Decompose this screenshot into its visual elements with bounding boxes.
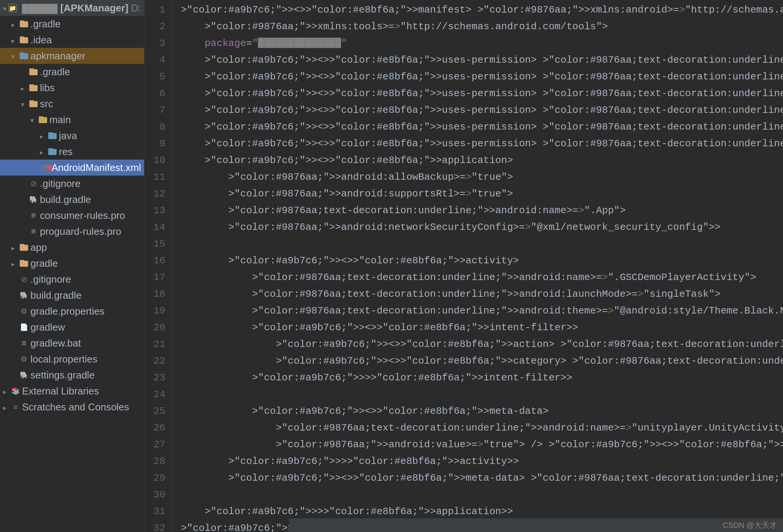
- tree-arrow-scratches: [3, 404, 10, 410]
- line-number-30: 30: [144, 486, 165, 503]
- code-line-8: >"color:#a9b7c6;">><>>"color:#e8bf6a;">>…: [181, 119, 783, 135]
- tree-item-apkmanager-gradle[interactable]: .gradle: [0, 64, 144, 80]
- code-line-23: >"color:#a9b7c6;">>>>"color:#e8bf6a;">>i…: [181, 369, 783, 386]
- code-line-3: package="██████████████": [181, 35, 783, 52]
- code-line-30: [181, 486, 783, 503]
- tree-label-external-libraries: External Libraries: [22, 385, 99, 397]
- line-number-3: 3: [144, 35, 165, 52]
- tree-item-local-properties[interactable]: ⚙local.properties: [0, 351, 144, 367]
- tree-item-src[interactable]: src: [0, 96, 144, 112]
- line-number-20: 20: [144, 319, 165, 336]
- line-number-23: 23: [144, 369, 165, 386]
- line-number-13: 13: [144, 202, 165, 219]
- tree-item-external-libraries[interactable]: 📚External Libraries: [0, 383, 144, 399]
- code-line-21: >"color:#a9b7c6;">><>>"color:#e8bf6a;">>…: [181, 336, 783, 353]
- line-number-18: 18: [144, 286, 165, 302]
- line-number-14: 14: [144, 219, 165, 236]
- line-number-2: 2: [144, 18, 165, 35]
- tree-item-res[interactable]: res: [0, 144, 144, 160]
- code-line-28: >"color:#a9b7c6;">>>>"color:#e8bf6a;">>a…: [181, 453, 783, 470]
- code-line-9: >"color:#a9b7c6;">><>>"color:#e8bf6a;">>…: [181, 135, 783, 152]
- tree-icon-settings-gradle: 🐘: [20, 371, 28, 379]
- tree-label-local-properties: local.properties: [30, 353, 97, 365]
- tree-label-gradle-properties: gradle.properties: [30, 306, 105, 317]
- tree-arrow-main: [30, 116, 37, 123]
- line-number-25: 25: [144, 403, 165, 420]
- tree-item-gradle-properties[interactable]: ⚙gradle.properties: [0, 303, 144, 319]
- tree-item-java[interactable]: java: [0, 128, 144, 144]
- tree-item-root[interactable]: 📁██████ [APKManager] D:: [0, 0, 144, 16]
- tree-item-scratches[interactable]: ≡Scratches and Consoles: [0, 399, 144, 415]
- tree-arrow-java: [40, 132, 47, 139]
- line-number-4: 4: [144, 52, 165, 68]
- tree-arrow-root: [3, 5, 7, 11]
- code-line-31: >"color:#a9b7c6;">>>>"color:#e8bf6a;">>a…: [181, 503, 783, 520]
- tree-label-src: src: [40, 98, 53, 110]
- tree-item-settings-gradle[interactable]: 🐘settings.gradle: [0, 367, 144, 383]
- line-number-16: 16: [144, 252, 165, 269]
- line-number-15: 15: [144, 236, 165, 252]
- tree-item-build-gradle-root[interactable]: 🐘build.gradle: [0, 287, 144, 303]
- tree-label-gitignore-apk: .gitignore: [40, 178, 81, 190]
- code-line-1: >"color:#a9b7c6;">><>>"color:#e8bf6a;">>…: [181, 2, 783, 18]
- tree-icon-java: [48, 132, 57, 139]
- status-bar: CSDN @大天才: [289, 518, 783, 532]
- tree-item-gradle[interactable]: gradle: [0, 255, 144, 271]
- tree-icon-gitignore-root: ⊘: [20, 276, 28, 283]
- tree-label-androidmanifest: AndroidManifest.xml: [51, 162, 141, 174]
- code-line-25: >"color:#a9b7c6;">><>>"color:#e8bf6a;">>…: [181, 403, 783, 420]
- tree-item-app[interactable]: app: [0, 239, 144, 255]
- tree-item-apkmanager[interactable]: apkmanager: [0, 48, 144, 64]
- tree-icon-gradlew: 📄: [20, 323, 28, 331]
- tree-item-build-gradle-apk[interactable]: 🐘build.gradle: [0, 192, 144, 207]
- code-line-29: >"color:#a9b7c6;">><>>"color:#e8bf6a;">>…: [181, 470, 783, 486]
- line-number-28: 28: [144, 453, 165, 470]
- tree-label-settings-gradle: settings.gradle: [30, 369, 95, 381]
- code-line-12: >"color:#9876aa;">>android:supportsRtl>=…: [181, 185, 783, 202]
- tree-label-app: app: [30, 242, 47, 253]
- line-number-21: 21: [144, 336, 165, 353]
- tree-icon-local-properties: ⚙: [20, 355, 28, 363]
- code-line-26: >"color:#9876aa;text-decoration:underlin…: [181, 420, 783, 436]
- tree-item-main[interactable]: main: [0, 112, 144, 128]
- tree-item-gradlew[interactable]: 📄gradlew: [0, 319, 144, 335]
- tree-label-proguard-rules: proguard-rules.pro: [40, 226, 121, 238]
- tree-label-scratches: Scratches and Consoles: [22, 401, 129, 413]
- tree-item-gradle-root[interactable]: .gradle: [0, 16, 144, 32]
- code-line-10: >"color:#a9b7c6;">><>>"color:#e8bf6a;">>…: [181, 152, 783, 169]
- code-line-2: >"color:#9876aa;">>xmlns:tools>=>"http:/…: [181, 18, 783, 35]
- tree-label-java: java: [59, 130, 77, 142]
- code-line-27: >"color:#9876aa;">>android:value>=>"true…: [181, 436, 783, 453]
- line-numbers: 1234567891011121314151617181920212223242…: [144, 0, 172, 532]
- tree-icon-app: [20, 244, 28, 251]
- tree-item-proguard-rules[interactable]: ≡proguard-rules.pro: [0, 223, 144, 239]
- tree-label-consumer-rules: consumer-rules.pro: [40, 210, 125, 222]
- tree-icon-main: [39, 116, 47, 123]
- tree-label-res: res: [59, 146, 73, 158]
- tree-item-consumer-rules[interactable]: ≡consumer-rules.pro: [0, 207, 144, 223]
- tree-arrow-external-libraries: [3, 388, 10, 394]
- tree-icon-proguard-rules: ≡: [29, 228, 38, 235]
- tree-item-libs[interactable]: libs: [0, 80, 144, 96]
- line-number-5: 5: [144, 68, 165, 85]
- tree-item-idea[interactable]: .idea: [0, 32, 144, 48]
- code-line-7: >"color:#a9b7c6;">><>>"color:#e8bf6a;">>…: [181, 102, 783, 119]
- tree-label-build-gradle-root: build.gradle: [30, 290, 81, 301]
- tree-item-gradlew-bat[interactable]: ≡gradlew.bat: [0, 335, 144, 351]
- tree-item-gitignore-root[interactable]: ⊘.gitignore: [0, 271, 144, 287]
- tree-icon-gradle: [20, 260, 28, 267]
- tree-label-gradlew: gradlew: [30, 321, 65, 333]
- tree-label-gradlew-bat: gradlew.bat: [30, 337, 81, 349]
- tree-item-gitignore-apk[interactable]: ⊘.gitignore: [0, 176, 144, 192]
- tree-label-root: ██████ [APKManager] D:: [22, 2, 141, 14]
- tree-icon-gitignore-apk: ⊘: [29, 180, 38, 187]
- code-content: >"color:#a9b7c6;">><>>"color:#e8bf6a;">>…: [172, 0, 783, 532]
- line-number-11: 11: [144, 169, 165, 185]
- tree-arrow-gradle-root: [11, 21, 18, 27]
- code-line-11: >"color:#9876aa;">>android:allowBackup>=…: [181, 169, 783, 185]
- tree-item-androidmanifest[interactable]: ⊞AndroidManifest.xml➜: [0, 160, 144, 176]
- tree-icon-apkmanager: [20, 52, 28, 59]
- tree-icon-root: 📁: [8, 4, 19, 12]
- code-line-18: >"color:#9876aa;text-decoration:underlin…: [181, 286, 783, 302]
- line-number-8: 8: [144, 119, 165, 135]
